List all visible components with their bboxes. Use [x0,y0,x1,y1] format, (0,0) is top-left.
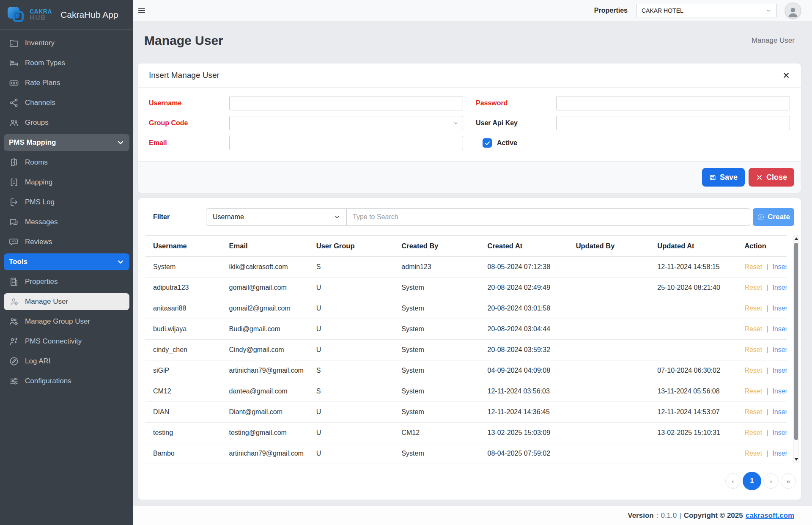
sidebar-item-configurations[interactable]: Configurations [4,373,129,390]
insert-link[interactable]: Insert [772,367,787,374]
insert-link[interactable]: Insert [772,346,787,353]
cell-created-at: 08-04-2025 07:59:02 [487,443,575,464]
close-icon[interactable] [782,71,790,79]
username-field[interactable] [229,96,463,110]
user-api-key-label: User Api Key [476,119,556,127]
pagination-prev-button[interactable]: ‹ [725,473,741,489]
cell-created-at: 08-05-2024 07:12:38 [487,257,575,278]
filter-field-select[interactable]: Username [206,208,347,226]
cell-created-by: CM12 [401,423,486,443]
email-field[interactable] [229,136,463,150]
reset-link[interactable]: Reset [744,450,762,457]
insert-link[interactable]: Insert [772,408,787,415]
insert-link[interactable]: Insert [772,284,787,291]
pagination: ‹ 1 › » [138,464,801,500]
cell-created-at: 20-08-2024 03:04:44 [487,319,575,340]
filter-field-value: Username [213,213,244,221]
cell-created-at: 13-02-2025 15:03:09 [487,423,575,443]
search-input[interactable] [347,208,750,226]
cell-username: siGiP [145,360,228,381]
user-api-key-field[interactable] [556,116,790,130]
sidebar-item-manage-user[interactable]: Manage User [4,293,129,310]
pagination-last-button[interactable]: » [781,473,796,489]
insert-link[interactable]: Insert [772,305,787,312]
pagination-next-button[interactable]: › [763,473,779,489]
table-row: DIANDiant@gmail.comUSystem12-11-2024 14:… [145,402,787,423]
insert-link[interactable]: Insert [772,429,787,436]
reset-link[interactable]: Reset [744,429,762,436]
sidebar-item-properties[interactable]: Properties [4,273,129,290]
sidebar-item-mapping[interactable]: Mapping [4,174,129,191]
sidebar-item-reviews[interactable]: Reviews [4,234,129,250]
property-select[interactable]: CAKAR HOTEL [636,4,776,17]
cell-updated-at: 12-11-2024 14:53:07 [656,402,743,423]
sidebar-item-room-types[interactable]: Room Types [4,55,129,71]
sidebar-item-pms-log[interactable]: PMS Log [4,194,129,211]
sidebar-item-rate-plans[interactable]: Rate Plans [4,74,129,91]
reset-link[interactable]: Reset [744,325,762,333]
cakrasoft-link[interactable]: cakrasoft.com [746,511,794,520]
logo-text-hub: HUB [30,14,52,21]
reset-link[interactable]: Reset [744,388,762,395]
sidebar-item-inventory[interactable]: Inventory [4,35,129,52]
create-button[interactable]: Create [753,208,794,226]
column-header: Created At [487,236,575,257]
properties-label: Properties [594,7,628,14]
hamburger-menu-icon[interactable] [137,5,148,16]
reset-link[interactable]: Reset [744,367,762,374]
cell-updated-by [575,340,657,360]
cell-updated-by [575,381,657,402]
chevron-down-icon [766,8,771,13]
sidebar-item-label: PMS Connectivity [25,337,82,346]
sidebar-item-label: Groups [25,118,49,127]
column-header: Username [145,236,228,257]
sidebar-item-channels[interactable]: Channels [4,94,129,111]
reset-link[interactable]: Reset [744,263,762,270]
sidebar-item-groups[interactable]: Groups [4,114,129,131]
sidebar-item-tools[interactable]: Tools [4,253,129,270]
cell-updated-by [575,360,657,381]
cell-email: artinichan79@gmail.com [228,443,315,464]
insert-link[interactable]: Insert [772,388,787,395]
cell-action: Reset|Insert [743,381,787,402]
sidebar-item-rooms[interactable]: Rooms [4,154,129,171]
sidebar-item-pms-connectivity[interactable]: PMS Connectivity [4,333,129,350]
scrollbar-thumb[interactable] [794,243,798,440]
save-button[interactable]: Save [702,168,745,187]
chevron-down-icon [117,258,124,266]
reset-link[interactable]: Reset [744,346,762,353]
insert-link[interactable]: Insert [772,450,787,457]
group-code-select[interactable] [229,116,463,130]
active-checkbox[interactable] [483,138,492,148]
reset-link[interactable]: Reset [744,284,762,291]
user-avatar[interactable] [785,3,801,19]
cell-user-group: U [315,319,401,340]
cell-username: CM12 [145,381,228,402]
sidebar-item-pms-mapping[interactable]: PMS Mapping [4,134,129,151]
insert-link[interactable]: Insert [772,263,787,270]
active-label: Active [497,139,517,147]
logo-text-cakra: CAKRA [30,8,52,14]
cell-updated-by [575,423,657,443]
sidebar-item-log-ari[interactable]: Log ARI [4,353,129,370]
username-label: Username [149,99,229,107]
close-button[interactable]: Close [749,168,794,187]
cell-updated-by [575,278,657,298]
sidebar-item-manage-group-user[interactable]: Manage Group User [4,313,129,330]
cell-created-by: System [401,298,486,319]
scroll-up-arrow-icon[interactable] [794,237,798,240]
breadcrumb: Manage User [752,36,795,45]
scroll-down-arrow-icon[interactable] [794,458,798,461]
grid-icon [9,177,19,187]
cell-email: ikik@cakrasoft.com [228,257,315,278]
chevron-down-icon [453,121,458,126]
password-field[interactable] [556,96,790,110]
user-network-icon [9,336,19,346]
insert-link[interactable]: Insert [772,325,787,333]
cell-created-at: 04-09-2024 04:09:08 [487,360,575,381]
cell-user-group: S [315,360,401,381]
sidebar-item-messages[interactable]: Messages [4,214,129,231]
pagination-page-1-button[interactable]: 1 [743,472,761,490]
reset-link[interactable]: Reset [744,408,762,415]
reset-link[interactable]: Reset [744,305,762,312]
